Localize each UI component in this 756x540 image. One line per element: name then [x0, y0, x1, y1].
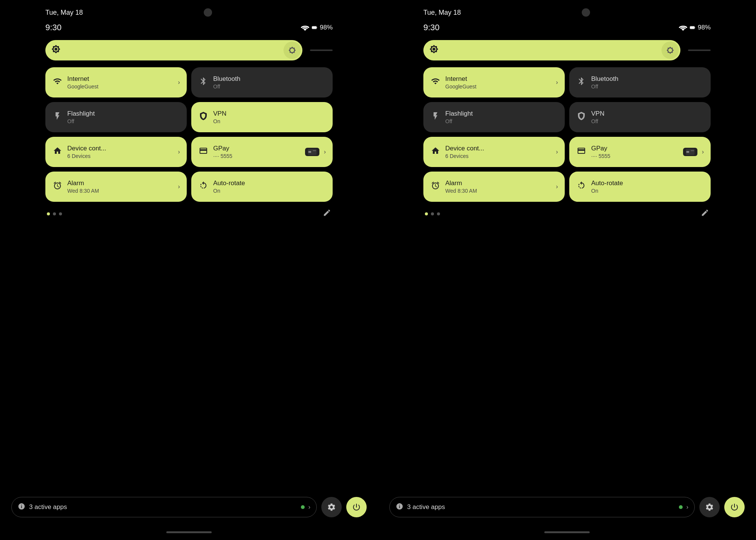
tile-title: GPay: [213, 145, 301, 152]
power-button[interactable]: [724, 497, 745, 517]
tile-alarm[interactable]: Alarm Wed 8:30 AM ›: [423, 172, 565, 202]
status-time-row: 9:30 98%: [45, 23, 333, 32]
gpay-card-icon: [683, 148, 697, 156]
brightness-slider[interactable]: [423, 40, 680, 60]
tile-icon-alarm: [52, 181, 63, 192]
tile-autorotate[interactable]: Auto-rotate On: [569, 172, 711, 202]
tile-device[interactable]: Device cont... 6 Devices ›: [423, 137, 565, 167]
tile-vpn[interactable]: VPN On: [191, 102, 333, 132]
tile-vpn[interactable]: VPN Off: [569, 102, 711, 132]
tile-title: Device cont...: [67, 145, 174, 152]
tile-text-flashlight: Flashlight Off: [445, 110, 558, 124]
tile-text-bluetooth: Bluetooth Off: [591, 75, 704, 90]
tile-subtitle: Off: [67, 118, 180, 124]
tile-subtitle: 6 Devices: [445, 153, 552, 159]
tile-arrow: ›: [178, 79, 180, 86]
status-icons: 98%: [679, 24, 711, 31]
tile-subtitle: ···· 5555: [213, 153, 301, 159]
tile-subtitle: Wed 8:30 AM: [67, 188, 174, 194]
brightness-thumb[interactable]: [662, 42, 679, 59]
tile-subtitle: Wed 8:30 AM: [445, 188, 552, 194]
dot-1: [425, 212, 428, 215]
tile-text-flashlight: Flashlight Off: [67, 110, 180, 124]
tile-chevron: ›: [702, 149, 704, 155]
active-apps-pill[interactable]: 3 active apps ›: [389, 497, 695, 517]
pagination-row: [45, 209, 333, 219]
camera-dot: [204, 8, 212, 17]
home-indicator: [166, 531, 212, 533]
tile-subtitle: Off: [213, 84, 326, 90]
active-apps-pill[interactable]: 3 active apps ›: [11, 497, 317, 517]
tile-text-vpn: VPN Off: [591, 110, 704, 124]
tile-title: Internet: [445, 75, 552, 83]
battery-status-icon: [689, 25, 696, 31]
brightness-track: [310, 50, 333, 51]
tile-subtitle: On: [213, 188, 326, 194]
brightness-row[interactable]: [423, 40, 711, 60]
tile-icon-bluetooth: [198, 77, 209, 88]
svg-rect-4: [308, 151, 311, 153]
tile-text-device: Device cont... 6 Devices: [445, 145, 552, 159]
tiles-grid: Internet GoogleGuest › Bluetooth Off Fla…: [45, 67, 333, 202]
edit-icon[interactable]: [323, 209, 331, 219]
tile-arrow: ›: [556, 149, 558, 155]
tile-title: Device cont...: [445, 145, 552, 152]
tile-arrow: ›: [556, 183, 558, 190]
brightness-row[interactable]: [45, 40, 333, 60]
bottom-bar: 3 active apps ›: [378, 497, 756, 517]
pagination-row: [423, 209, 711, 219]
tile-text-internet: Internet GoogleGuest: [67, 75, 174, 90]
tile-subtitle: GoogleGuest: [67, 84, 174, 90]
tile-arrow: ›: [178, 149, 180, 155]
tile-title: Alarm: [445, 179, 552, 187]
tile-title: GPay: [591, 145, 679, 152]
svg-rect-11: [691, 150, 694, 151]
active-indicator-dot: [301, 505, 305, 509]
tile-title: Flashlight: [67, 110, 180, 118]
tile-title: Bluetooth: [591, 75, 704, 83]
tile-text-device: Device cont... 6 Devices: [67, 145, 174, 159]
status-icons: 98%: [301, 24, 333, 31]
battery-percent: 98%: [698, 24, 711, 31]
tile-subtitle: GoogleGuest: [445, 84, 552, 90]
tile-subtitle: ···· 5555: [591, 153, 679, 159]
tile-title: Auto-rotate: [591, 179, 704, 187]
dot-2: [431, 212, 434, 215]
tile-subtitle: Off: [591, 84, 704, 90]
home-indicator: [544, 531, 590, 533]
tile-flashlight[interactable]: Flashlight Off: [45, 102, 187, 132]
settings-button[interactable]: [321, 497, 342, 517]
tile-bluetooth[interactable]: Bluetooth Off: [569, 67, 711, 97]
tile-text-gpay: GPay ···· 5555: [591, 145, 679, 159]
edit-icon[interactable]: [701, 209, 709, 219]
status-date: Tue, May 18: [423, 9, 461, 17]
tile-gpay[interactable]: GPay ···· 5555 ›: [569, 137, 711, 167]
power-button[interactable]: [346, 497, 367, 517]
tile-autorotate[interactable]: Auto-rotate On: [191, 172, 333, 202]
tile-gpay[interactable]: GPay ···· 5555 ›: [191, 137, 333, 167]
tile-alarm[interactable]: Alarm Wed 8:30 AM ›: [45, 172, 187, 202]
brightness-slider[interactable]: [45, 40, 302, 60]
tile-internet[interactable]: Internet GoogleGuest ›: [423, 67, 565, 97]
tiles-grid: Internet GoogleGuest › Bluetooth Off Fla…: [423, 67, 711, 202]
tile-icon-gpay: [198, 146, 209, 158]
status-time: 9:30: [423, 23, 440, 32]
camera-dot: [582, 8, 590, 17]
tile-text-bluetooth: Bluetooth Off: [213, 75, 326, 90]
battery-status-icon: [311, 25, 318, 31]
tile-arrow: ›: [556, 79, 558, 86]
settings-button[interactable]: [699, 497, 720, 517]
wifi-status-icon: [301, 25, 309, 31]
tile-chevron: ›: [324, 149, 326, 155]
brightness-thumb[interactable]: [284, 42, 301, 59]
tile-icon-autorotate: [198, 181, 209, 192]
active-indicator-dot: [679, 505, 683, 509]
tile-device[interactable]: Device cont... 6 Devices ›: [45, 137, 187, 167]
tile-subtitle: On: [213, 118, 326, 124]
tile-icon-vpn: [576, 111, 587, 123]
tile-icon-flashlight: [52, 111, 63, 123]
tile-flashlight[interactable]: Flashlight Off: [423, 102, 565, 132]
tile-bluetooth[interactable]: Bluetooth Off: [191, 67, 333, 97]
svg-rect-10: [686, 151, 689, 153]
tile-internet[interactable]: Internet GoogleGuest ›: [45, 67, 187, 97]
